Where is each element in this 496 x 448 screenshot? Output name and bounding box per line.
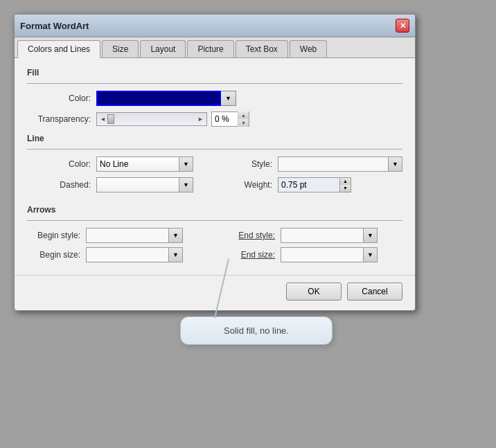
transparency-slider-track[interactable]: ◄ ►	[96, 112, 207, 126]
line-weight-label: Weight:	[209, 180, 278, 190]
dialog-footer: OK Cancel	[15, 275, 415, 310]
line-color-label: Color:	[27, 159, 96, 169]
end-size-select-wrapper: ▼	[281, 247, 378, 262]
cancel-button[interactable]: Cancel	[347, 283, 402, 301]
end-style-label-text: End style:	[238, 231, 275, 240]
transparency-value: 0 %	[212, 114, 238, 124]
transparency-slider-wrapper: ◄ ► 0 % ▲ ▼	[96, 111, 249, 127]
fill-color-swatch[interactable]	[96, 91, 221, 106]
begin-size-select[interactable]	[86, 247, 169, 262]
line-style-wrapper: ▼	[278, 156, 402, 172]
transparency-label: Transparency:	[27, 114, 96, 124]
begin-size-dropdown-button[interactable]: ▼	[169, 247, 183, 262]
line-cols: Color: No Line ▼ Dashed: ▼	[27, 156, 402, 198]
transparency-row: Transparency: ◄ ► 0 % ▲ ▼	[27, 111, 402, 127]
tooltip-box: Solid fill, no line.	[180, 316, 333, 345]
end-style-select-wrapper: ▼	[281, 228, 378, 243]
line-weight-wrapper: 0.75 pt ▲ ▼	[278, 177, 351, 192]
line-style-row: Style: ▼	[209, 156, 402, 172]
end-style-label: End style:	[222, 231, 281, 240]
tab-layout[interactable]: Layout	[140, 40, 186, 57]
format-wordart-dialog: Format WordArt ✕ Colors and Lines Size L…	[14, 14, 416, 311]
begin-style-select[interactable]	[86, 228, 169, 243]
close-button[interactable]: ✕	[396, 19, 409, 33]
begin-size-select-wrapper: ▼	[86, 247, 183, 262]
line-col-left: Color: No Line ▼ Dashed: ▼	[27, 156, 197, 198]
dashed-select-wrapper: ▼	[96, 177, 193, 192]
line-divider	[27, 149, 402, 150]
dialog-content: Fill Color: ▼ Transparency: ◄ ►	[15, 58, 415, 275]
tooltip-text: Solid fill, no line.	[224, 325, 289, 336]
line-style-dropdown-button[interactable]: ▼	[389, 156, 402, 172]
begin-style-field: Begin style: ▼	[27, 228, 208, 243]
begin-style-label-text: Begin style:	[37, 231, 80, 240]
begin-size-label-text: Begin size:	[39, 250, 80, 260]
end-style-select[interactable]	[281, 228, 364, 243]
line-style-select[interactable]	[278, 156, 389, 172]
line-color-select[interactable]: No Line	[96, 156, 179, 172]
tab-web[interactable]: Web	[290, 40, 327, 57]
end-style-dropdown-button[interactable]: ▼	[364, 228, 378, 243]
line-color-dropdown-button[interactable]: ▼	[179, 156, 193, 172]
slider-right-arrow[interactable]: ►	[197, 116, 204, 123]
arrows-size-row: Begin size: ▼ End size: ▼	[27, 247, 402, 262]
fill-color-dropdown-button[interactable]: ▼	[221, 91, 236, 106]
fill-color-control: ▼	[96, 91, 236, 106]
dialog-title: Format WordArt	[20, 21, 89, 31]
dashed-select[interactable]	[96, 177, 179, 192]
arrows-section: Arrows Begin style: ▼ End style:	[27, 205, 402, 262]
transparency-percent-box: 0 % ▲ ▼	[211, 111, 249, 127]
begin-style-label: Begin style:	[27, 231, 86, 240]
line-col-right: Style: ▼ Weight: 0.75 pt ▲	[209, 156, 402, 198]
line-header: Line	[27, 134, 402, 143]
slider-left-arrow[interactable]: ◄	[100, 116, 106, 123]
begin-style-select-wrapper: ▼	[86, 228, 183, 243]
begin-size-label: Begin size:	[27, 250, 86, 260]
dashed-row: Dashed: ▼	[27, 177, 197, 192]
tab-text-box[interactable]: Text Box	[236, 40, 288, 57]
fill-header: Fill	[27, 68, 402, 78]
tooltip-area: Solid fill, no line.	[14, 311, 416, 345]
end-size-label: End size:	[222, 250, 281, 260]
tab-colors-and-lines[interactable]: Colors and Lines	[17, 40, 100, 58]
tab-size[interactable]: Size	[102, 40, 139, 57]
title-bar: Format WordArt ✕	[15, 15, 415, 37]
transparency-spinner-up[interactable]: ▲	[238, 111, 249, 119]
tab-picture[interactable]: Picture	[187, 40, 233, 57]
arrows-header: Arrows	[27, 205, 402, 215]
fill-divider	[27, 83, 402, 84]
end-size-select[interactable]	[281, 247, 364, 262]
line-color-row: Color: No Line ▼	[27, 156, 197, 172]
end-size-label-text: End size:	[241, 250, 275, 260]
begin-style-dropdown-button[interactable]: ▼	[169, 228, 183, 243]
arrows-divider	[27, 220, 402, 221]
ok-button[interactable]: OK	[286, 283, 342, 301]
arrows-style-row: Begin style: ▼ End style: ▼	[27, 228, 402, 243]
dashed-dropdown-button[interactable]: ▼	[179, 177, 193, 192]
fill-color-label: Color:	[27, 93, 96, 103]
line-weight-spinner: ▲ ▼	[340, 177, 351, 192]
tooltip-box-wrapper: Solid fill, no line.	[180, 316, 416, 345]
begin-size-field: Begin size: ▼	[27, 247, 208, 262]
line-weight-row: Weight: 0.75 pt ▲ ▼	[209, 177, 402, 192]
transparency-spinner-down[interactable]: ▼	[238, 119, 249, 127]
end-style-field: End style: ▼	[222, 228, 402, 243]
line-section: Line Color: No Line ▼ Dashed:	[27, 134, 402, 198]
dashed-label: Dashed:	[27, 180, 96, 190]
weight-spinner-up[interactable]: ▲	[340, 178, 351, 185]
fill-section: Fill Color: ▼ Transparency: ◄ ►	[27, 68, 402, 127]
line-color-select-wrapper: No Line ▼	[96, 156, 193, 172]
fill-color-row: Color: ▼	[27, 91, 402, 106]
slider-thumb[interactable]	[107, 114, 114, 124]
line-style-label: Style:	[209, 159, 278, 169]
weight-spinner-down[interactable]: ▼	[340, 185, 351, 192]
tabs-bar: Colors and Lines Size Layout Picture Tex…	[15, 37, 415, 58]
end-size-dropdown-button[interactable]: ▼	[364, 247, 378, 262]
end-size-field: End size: ▼	[222, 247, 402, 262]
line-weight-input[interactable]: 0.75 pt	[278, 177, 340, 192]
transparency-spinner: ▲ ▼	[238, 111, 249, 127]
